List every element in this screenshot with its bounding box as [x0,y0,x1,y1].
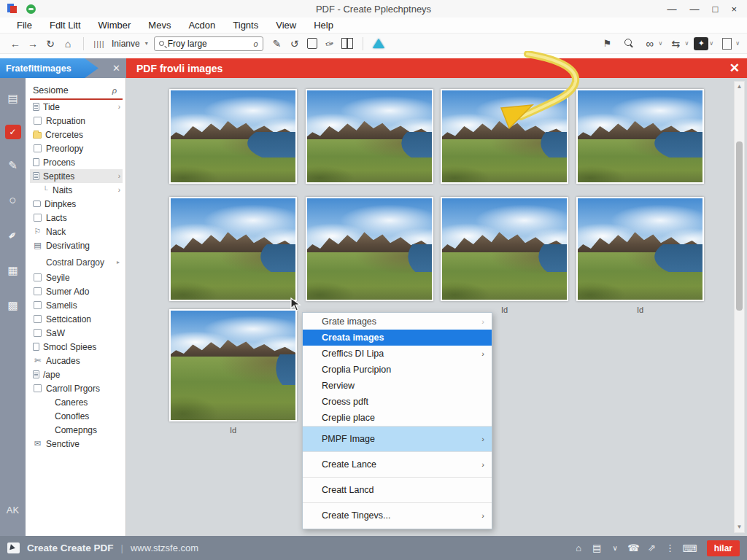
status-tool-icon[interactable] [591,542,603,555]
context-menu-item[interactable]: Rerview › [303,378,492,394]
image-thumbnail[interactable] [306,197,433,301]
sidebar-item[interactable]: Samelis › [30,298,123,312]
restore-button[interactable]: — [690,4,700,15]
image-thumbnail[interactable] [169,89,297,184]
menu-item[interactable]: File [9,19,40,31]
sidebar-item[interactable]: Carroll Prgors › [30,381,123,395]
sidebar-item[interactable]: Rcpuation › [30,114,123,128]
sidebar-item[interactable]: Costral Dargoy › [30,255,123,269]
toolbar-nav-icon[interactable] [25,36,41,52]
sidebar-item[interactable]: Comepngs › [30,423,123,437]
context-menu-item[interactable]: Create Tingevs... › [303,502,492,528]
maximize-button[interactable]: □ [713,4,719,15]
toolbar-right-icon[interactable]: ∨ [667,36,689,52]
toolbar-tool-icon[interactable] [322,36,338,52]
menu-item[interactable]: Mevs [140,19,179,31]
sidebar-search[interactable]: Sesiome ρ [30,84,123,100]
chevron-down-icon[interactable]: ▾ [145,40,148,47]
sidebar-item[interactable]: Aucades › [30,354,123,368]
sidebar-item[interactable]: Dinpkes › [30,197,123,211]
strip-tool-icon[interactable] [5,125,21,139]
menu-item[interactable]: Tignts [225,19,266,31]
sidebar-item[interactable]: Conofles › [30,409,123,423]
context-menu-item[interactable]: Creffics DI Lipa › [303,346,492,362]
image-thumbnail[interactable] [576,197,704,301]
image-thumbnail[interactable] [169,309,297,421]
context-menu-item[interactable]: Grate images › [303,314,492,330]
sidebar-item[interactable]: Tide › [30,100,123,114]
toolbar-nav-icon[interactable] [7,36,23,52]
close-button[interactable]: × [731,4,737,15]
toolbar-tool-icon[interactable] [304,36,320,52]
scroll-down-icon[interactable]: ▼ [735,522,744,532]
status-tool-icon[interactable] [609,542,621,555]
scrollbar-thumb[interactable] [736,141,743,311]
status-action-button[interactable]: hilar [707,540,740,556]
strip-tool-icon[interactable] [4,262,22,279]
menu-item[interactable]: Fdlt Litt [42,19,89,31]
context-menu-item[interactable]: Croplia Purcipion › [303,362,492,378]
toolbar-right-icon[interactable]: ∨ [694,37,713,50]
alert-triangle-icon[interactable] [371,36,387,52]
sidebar-item[interactable]: Septites › [30,169,123,183]
sidebar-item[interactable]: Smocl Spiees › [30,340,123,354]
toolbar-nav-icon[interactable] [60,36,76,52]
search-input[interactable]: Froy large o [154,36,263,51]
image-thumbnail[interactable] [169,197,297,301]
sidebar-item[interactable]: Procens › [30,155,123,169]
toolbar-nav-icon[interactable] [42,36,58,52]
context-menu-item[interactable]: Creatt Lancd › [303,477,492,502]
status-tool-icon[interactable] [682,542,697,555]
banner-close-icon[interactable]: ✕ [729,61,740,76]
strip-tool-icon[interactable] [4,297,22,314]
strip-tool-icon[interactable] [4,90,22,107]
status-url[interactable]: www.stzsfe.com [131,542,198,553]
menu-item[interactable]: Help [306,19,341,31]
sidebar-item[interactable]: Seyile › [30,271,123,284]
sidebar-item[interactable]: Preorlopy › [30,141,123,155]
lines-icon[interactable] [91,36,107,52]
menu-item[interactable]: Acdon [180,19,223,31]
sidebar-item[interactable]: Sumer Ado › [30,284,123,298]
sidebar-item[interactable]: Caneres › [30,395,123,409]
context-menu-item[interactable]: PMPF Image › [303,426,492,451]
toolbar-tool-icon[interactable] [269,36,285,52]
context-menu-item[interactable]: Creplie place › [303,410,492,426]
menu-item[interactable]: Wimber [90,19,139,31]
strip-tool-icon[interactable] [4,192,22,209]
status-tool-icon[interactable] [627,542,639,555]
image-thumbnail[interactable] [441,197,568,301]
toolbar-right-icon[interactable]: ∨ [642,36,663,52]
strip-tool-icon[interactable] [4,227,22,244]
sidebar-item[interactable]: Lacts › [30,211,123,225]
toolbar-tool-icon[interactable] [287,36,303,52]
minimize-button[interactable]: — [667,4,677,15]
status-tool-icon[interactable] [573,542,584,555]
context-menu-item[interactable]: Create Lance › [303,451,492,477]
context-menu-item[interactable]: Croess pdft › [303,394,492,410]
toolbar-tool-icon[interactable] [339,36,355,52]
status-tool-icon[interactable] [646,542,657,555]
toolbar-right-icon[interactable]: ∨ [600,36,616,52]
image-thumbnail[interactable] [441,89,568,184]
vertical-scrollbar[interactable]: ▲ ▼ [734,81,745,533]
scroll-up-icon[interactable]: ▲ [735,82,744,92]
sidebar-item[interactable]: /ape › [30,368,123,381]
sidebar-item[interactable]: Crercetes › [30,128,123,141]
sidebar-item[interactable]: Senctive › [30,437,123,451]
panel-close-icon[interactable]: ✕ [112,58,120,78]
sidebar-item[interactable]: Settcication › [30,312,123,326]
sidebar-item[interactable]: Desrivating › [30,238,123,252]
sidebar-item[interactable]: Nack › [30,225,123,238]
toolbar-right-icon[interactable]: ∨ [621,36,637,52]
image-thumbnail[interactable] [576,89,704,184]
status-tool-icon[interactable] [664,542,676,555]
context-menu-item[interactable]: Creata images › [303,330,492,346]
image-thumbnail[interactable] [306,89,433,184]
menu-item[interactable]: View [268,19,304,31]
nav-dropdown-label[interactable]: Inianve [112,39,140,49]
toolbar-right-icon[interactable]: ∨ [719,36,740,52]
strip-tool-icon[interactable] [4,157,22,174]
sidebar-item[interactable]: └ Naits › [30,183,123,197]
sidebar-item[interactable]: SaW › [30,326,123,340]
